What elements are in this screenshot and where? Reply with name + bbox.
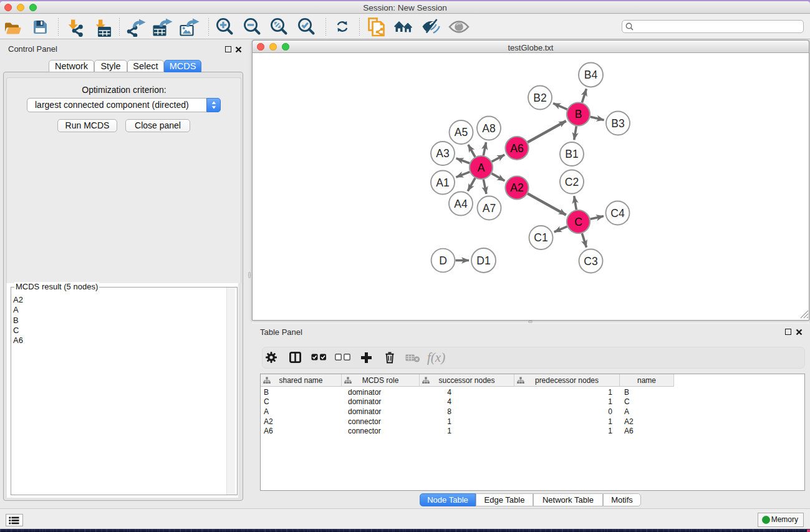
svg-text:A5: A5 bbox=[455, 126, 468, 138]
svg-text:C1: C1 bbox=[534, 231, 547, 244]
svg-text:C4: C4 bbox=[610, 207, 625, 220]
svg-text:A8: A8 bbox=[482, 122, 495, 135]
svg-text:C: C bbox=[574, 216, 582, 228]
svg-text:A2: A2 bbox=[510, 181, 523, 194]
svg-text:C2: C2 bbox=[565, 176, 579, 188]
svg-text:C3: C3 bbox=[584, 255, 597, 268]
svg-text:A: A bbox=[478, 162, 485, 174]
svg-text:A3: A3 bbox=[436, 147, 449, 160]
svg-text:B: B bbox=[575, 108, 582, 120]
svg-text:A6: A6 bbox=[510, 142, 523, 155]
svg-text:A1: A1 bbox=[436, 177, 449, 189]
svg-text:A7: A7 bbox=[483, 202, 496, 215]
svg-text:B3: B3 bbox=[611, 117, 624, 130]
svg-text:B2: B2 bbox=[533, 92, 546, 104]
svg-text:A4: A4 bbox=[454, 198, 468, 210]
svg-text:B4: B4 bbox=[584, 69, 598, 81]
svg-text:B1: B1 bbox=[565, 148, 578, 160]
svg-text:D1: D1 bbox=[476, 254, 490, 267]
svg-text:D: D bbox=[439, 254, 447, 267]
